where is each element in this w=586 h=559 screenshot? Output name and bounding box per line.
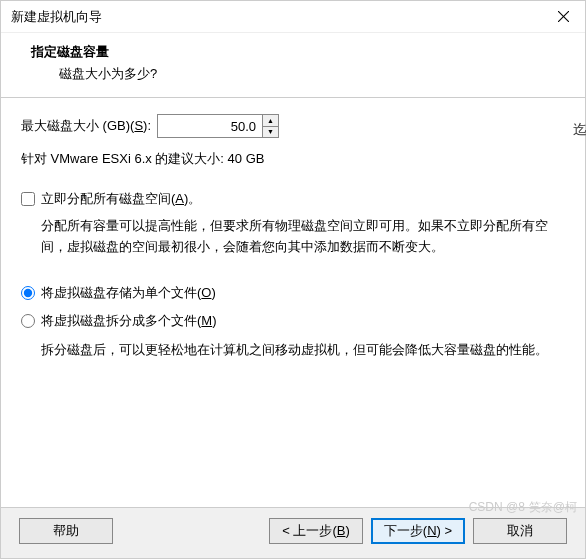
store-single-label[interactable]: 将虚拟磁盘存储为单个文件(O)	[41, 284, 216, 302]
store-split-row: 将虚拟磁盘拆分成多个文件(M)	[21, 312, 565, 330]
wizard-content: 最大磁盘大小 (GB)(S): ▲ ▼ 针对 VMware ESXi 6.x 的…	[1, 98, 585, 507]
next-button[interactable]: 下一步(N) >	[371, 518, 465, 544]
disk-size-input[interactable]	[158, 115, 262, 137]
allocate-now-description: 分配所有容量可以提高性能，但要求所有物理磁盘空间立即可用。如果不立即分配所有空间…	[41, 216, 565, 258]
allocate-now-label[interactable]: 立即分配所有磁盘空间(A)。	[41, 190, 201, 208]
close-button[interactable]	[541, 1, 585, 33]
store-single-row: 将虚拟磁盘存储为单个文件(O)	[21, 284, 565, 302]
page-subtitle: 磁盘大小为多少?	[59, 65, 565, 83]
titlebar: 新建虚拟机向导	[1, 1, 585, 33]
close-icon	[558, 11, 569, 22]
page-title: 指定磁盘容量	[31, 43, 565, 61]
store-split-radio[interactable]	[21, 314, 35, 328]
spinner-down-button[interactable]: ▼	[263, 127, 278, 138]
cancel-button[interactable]: 取消	[473, 518, 567, 544]
help-button[interactable]: 帮助	[19, 518, 113, 544]
back-button[interactable]: < 上一步(B)	[269, 518, 363, 544]
store-split-label[interactable]: 将虚拟磁盘拆分成多个文件(M)	[41, 312, 217, 330]
recommended-size-text: 针对 VMware ESXi 6.x 的建议大小: 40 GB	[21, 150, 565, 168]
wizard-header: 指定磁盘容量 磁盘大小为多少?	[1, 33, 585, 97]
allocate-now-checkbox[interactable]	[21, 192, 35, 206]
wizard-footer: 帮助 < 上一步(B) 下一步(N) > 取消	[1, 507, 585, 558]
spinner-up-button[interactable]: ▲	[263, 115, 278, 127]
allocate-now-row: 立即分配所有磁盘空间(A)。	[21, 190, 565, 208]
max-disk-size-row: 最大磁盘大小 (GB)(S): ▲ ▼	[21, 114, 565, 138]
store-split-description: 拆分磁盘后，可以更轻松地在计算机之间移动虚拟机，但可能会降低大容量磁盘的性能。	[41, 340, 565, 361]
store-single-radio[interactable]	[21, 286, 35, 300]
max-disk-size-label: 最大磁盘大小 (GB)(S):	[21, 117, 151, 135]
window-title: 新建虚拟机向导	[11, 8, 102, 26]
new-vm-wizard-dialog: 新建虚拟机向导 指定磁盘容量 磁盘大小为多少? 最大磁盘大小 (GB)(S): …	[0, 0, 586, 559]
spinner-buttons: ▲ ▼	[262, 115, 278, 137]
disk-size-spinner: ▲ ▼	[157, 114, 279, 138]
side-char: 迄	[573, 121, 586, 139]
